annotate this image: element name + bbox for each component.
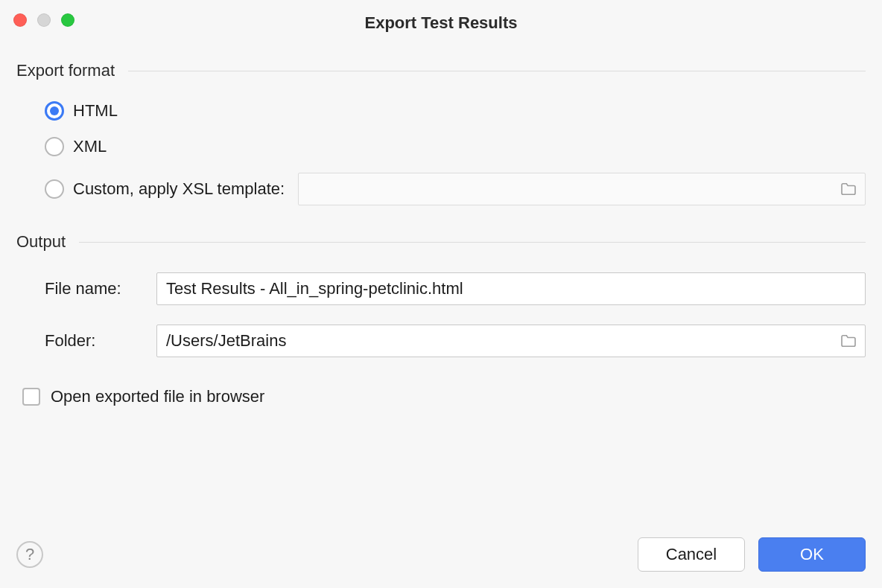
radio-option-custom[interactable]: Custom, apply XSL template: — [45, 173, 866, 205]
xsl-template-input — [298, 173, 866, 205]
divider — [79, 242, 866, 243]
radio-option-xml[interactable]: XML — [45, 137, 866, 156]
titlebar: Export Test Results — [0, 0, 882, 39]
window-controls — [13, 13, 74, 27]
export-format-radio-group: HTML XML Custom, apply XSL template: — [16, 101, 866, 205]
help-button[interactable]: ? — [16, 541, 43, 568]
ok-button[interactable]: OK — [758, 537, 866, 572]
file-name-label: File name: — [45, 279, 156, 298]
divider — [128, 71, 866, 71]
dialog-window: Export Test Results Export format HTML X… — [0, 0, 882, 588]
file-name-field-wrap — [156, 272, 866, 305]
folder-input[interactable] — [156, 325, 866, 357]
output-fields: File name: Folder: — [16, 272, 866, 357]
xsl-template-field-wrap — [298, 173, 866, 205]
radio-label: HTML — [73, 101, 118, 121]
radio-icon — [45, 101, 64, 121]
radio-icon — [45, 179, 64, 199]
browse-folder-icon[interactable] — [840, 334, 857, 348]
checkbox-icon — [22, 388, 40, 406]
window-title: Export Test Results — [12, 9, 870, 33]
output-section-header: Output — [16, 232, 866, 252]
export-format-section-header: Export format — [16, 61, 866, 80]
folder-field-wrap — [156, 325, 866, 357]
minimize-window-icon — [37, 13, 51, 27]
dialog-footer: ? Cancel OK — [0, 537, 882, 588]
open-in-browser-option[interactable]: Open exported file in browser — [16, 387, 866, 406]
dialog-content: Export format HTML XML Custom, apply XSL… — [0, 39, 882, 537]
radio-label: Custom, apply XSL template: — [73, 179, 285, 199]
cancel-button[interactable]: Cancel — [638, 537, 745, 572]
folder-label: Folder: — [45, 331, 156, 351]
checkbox-label: Open exported file in browser — [51, 387, 264, 406]
maximize-window-icon[interactable] — [61, 13, 74, 27]
radio-option-html[interactable]: HTML — [45, 101, 866, 121]
file-name-input[interactable] — [156, 272, 866, 305]
export-format-label: Export format — [16, 61, 115, 80]
output-label: Output — [16, 232, 66, 252]
radio-icon — [45, 137, 64, 156]
close-window-icon[interactable] — [13, 13, 27, 27]
radio-label: XML — [73, 137, 107, 156]
